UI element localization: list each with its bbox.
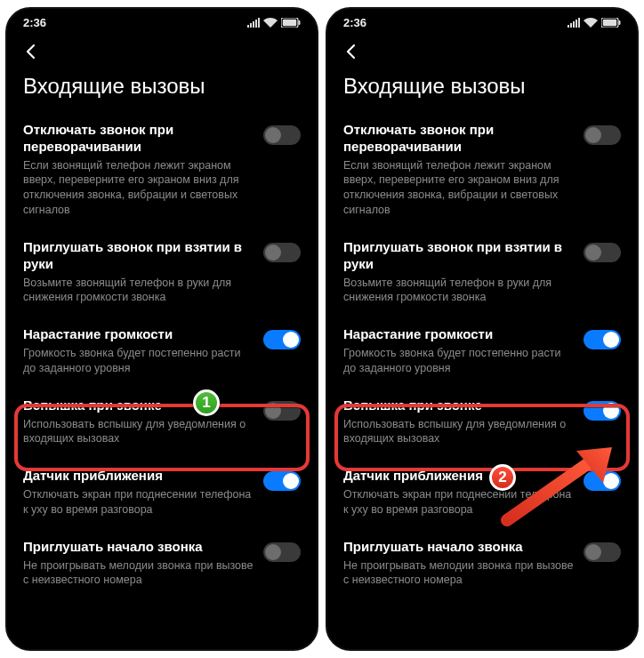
- row-flash-on-call[interactable]: Вспышка при звонке Использовать вспышку …: [343, 387, 621, 458]
- row-pickup-quiet[interactable]: Приглушать звонок при взятии в руки Возь…: [23, 229, 301, 316]
- row-desc: Громкость звонка будет постепенно расти …: [343, 346, 575, 376]
- row-desc: Использовать вспышку для уведомления о в…: [23, 417, 254, 447]
- svg-rect-2: [299, 20, 301, 25]
- row-title: Отключать звонок при переворачивании: [343, 122, 575, 156]
- row-flip-to-silence[interactable]: Отключать звонок при переворачивании Есл…: [343, 111, 621, 229]
- row-title: Вспышка при звонке: [343, 397, 575, 414]
- row-title: Приглушать начало звонка: [23, 539, 254, 556]
- toggle-flip-to-silence[interactable]: [263, 125, 301, 145]
- toggle-pickup-quiet[interactable]: [584, 243, 621, 262]
- row-volume-ramp[interactable]: Нарастание громкости Громкость звонка бу…: [343, 316, 621, 387]
- row-desc: Отключать экран при поднесении телефона …: [343, 487, 575, 518]
- toggle-flip-to-silence[interactable]: [584, 125, 621, 145]
- row-flash-on-call[interactable]: Вспышка при звонке Использовать вспышку …: [23, 387, 301, 458]
- row-desc: Отключать экран при поднесении телефона …: [23, 487, 254, 518]
- arrow-left-icon: [21, 42, 41, 61]
- signal-icon: [247, 18, 260, 28]
- status-bar: 2:36: [7, 9, 317, 33]
- row-volume-ramp[interactable]: Нарастание громкости Громкость звонка бу…: [23, 316, 301, 387]
- settings-list: Отключать звонок при переворачивании Есл…: [327, 111, 637, 598]
- wifi-icon: [263, 18, 278, 28]
- back-button[interactable]: [21, 42, 302, 61]
- row-desc: Громкость звонка будет постепенно расти …: [23, 346, 254, 376]
- settings-list: Отключать звонок при переворачивании Есл…: [7, 111, 317, 598]
- toggle-proximity-sensor[interactable]: [263, 471, 301, 491]
- row-mute-unknown[interactable]: Приглушать начало звонка Не проигрывать …: [343, 528, 621, 599]
- row-pickup-quiet[interactable]: Приглушать звонок при взятии в руки Возь…: [343, 229, 621, 316]
- status-icons: [568, 18, 621, 28]
- toggle-volume-ramp[interactable]: [263, 330, 301, 349]
- row-title: Датчик приближения: [23, 468, 254, 485]
- row-mute-unknown[interactable]: Приглушать начало звонка Не проигрывать …: [23, 528, 301, 599]
- phone-screen-left: 2:36 Входящие вызовы Отключать звонок пр…: [5, 7, 318, 651]
- row-desc: Если звонящий телефон лежит экраном ввер…: [23, 158, 254, 219]
- battery-icon: [281, 18, 301, 28]
- page-title: Входящие вызовы: [7, 67, 317, 111]
- row-title: Нарастание громкости: [23, 326, 254, 343]
- status-icons: [247, 18, 301, 28]
- nav-bar: [7, 33, 317, 67]
- svg-rect-1: [283, 20, 296, 26]
- row-proximity-sensor[interactable]: Датчик приближения Отключать экран при п…: [343, 457, 621, 528]
- row-desc: Не проигрывать мелодии звонка при вызове…: [343, 558, 575, 589]
- toggle-mute-unknown[interactable]: [263, 542, 301, 562]
- toggle-flash-on-call[interactable]: [263, 401, 301, 421]
- row-title: Отключать звонок при переворачивании: [23, 122, 254, 156]
- annotation-badge-1: 1: [193, 389, 220, 416]
- page-title: Входящие вызовы: [327, 67, 637, 111]
- status-bar: 2:36: [327, 9, 637, 33]
- toggle-pickup-quiet[interactable]: [263, 243, 301, 262]
- wifi-icon: [584, 18, 598, 28]
- row-title: Нарастание громкости: [343, 326, 575, 343]
- toggle-volume-ramp[interactable]: [584, 330, 621, 349]
- back-button[interactable]: [342, 42, 623, 61]
- annotation-badge-2: 2: [489, 464, 516, 491]
- row-flip-to-silence[interactable]: Отключать звонок при переворачивании Есл…: [23, 111, 301, 229]
- phone-screen-right: 2:36 Входящие вызовы Отключать звонок пр…: [326, 7, 639, 651]
- row-desc: Возьмите звонящий телефон в руки для сни…: [23, 276, 254, 306]
- row-proximity-sensor[interactable]: Датчик приближения Отключать экран при п…: [23, 457, 301, 528]
- row-desc: Использовать вспышку для уведомления о в…: [343, 417, 575, 447]
- row-title: Вспышка при звонке: [23, 397, 254, 414]
- toggle-flash-on-call[interactable]: [584, 401, 621, 421]
- battery-icon: [601, 18, 621, 28]
- nav-bar: [327, 33, 637, 67]
- row-title: Датчик приближения: [343, 468, 575, 485]
- row-desc: Не проигрывать мелодии звонка при вызове…: [23, 558, 254, 589]
- toggle-proximity-sensor[interactable]: [584, 471, 621, 491]
- svg-rect-5: [619, 20, 621, 25]
- status-time: 2:36: [23, 16, 46, 29]
- row-title: Приглушать звонок при взятии в руки: [343, 239, 575, 273]
- svg-rect-4: [603, 20, 616, 26]
- signal-icon: [568, 18, 580, 28]
- status-time: 2:36: [343, 16, 366, 29]
- arrow-left-icon: [342, 42, 361, 61]
- row-title: Приглушать начало звонка: [343, 539, 575, 556]
- row-desc: Возьмите звонящий телефон в руки для сни…: [343, 276, 575, 306]
- row-title: Приглушать звонок при взятии в руки: [23, 239, 254, 273]
- row-desc: Если звонящий телефон лежит экраном ввер…: [343, 158, 575, 219]
- toggle-mute-unknown[interactable]: [584, 542, 621, 562]
